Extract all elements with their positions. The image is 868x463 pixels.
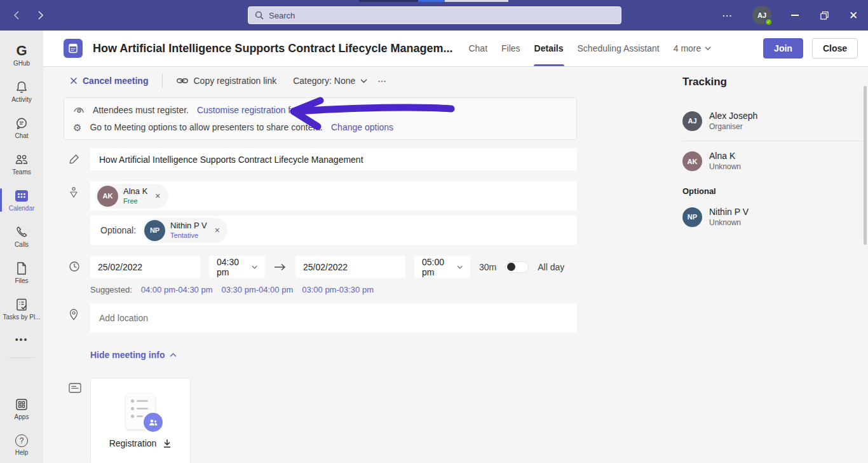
attendee-name: Nithin P V — [170, 221, 207, 231]
location-field[interactable] — [90, 303, 577, 333]
sidebar-item-chat[interactable]: Chat — [0, 109, 43, 146]
attendee-avatar: NP — [144, 220, 165, 241]
category-dropdown[interactable]: Category: None — [293, 76, 367, 86]
tab-chat[interactable]: Chat — [461, 31, 494, 66]
ghub-icon: G — [16, 44, 27, 58]
attendee-name: Alna K — [709, 150, 741, 162]
forward-button[interactable] — [33, 8, 48, 23]
suggested-time-link[interactable]: 03:30 pm-04:00 pm — [222, 285, 294, 294]
copy-registration-link-button[interactable]: Copy registration link — [177, 76, 276, 86]
registration-notice-box: Attendees must register. Customise regis… — [64, 97, 577, 140]
attendee-avatar: AK — [97, 186, 118, 207]
sidebar-item-tasks[interactable]: Tasks by Pl... — [0, 291, 43, 327]
search-bar[interactable] — [248, 6, 621, 24]
add-attendees-icon — [64, 181, 90, 211]
attendee-chip: AK Alna K Free × — [95, 184, 168, 209]
tab-details[interactable]: Details — [527, 31, 571, 66]
end-time-dropdown[interactable]: 05:00 pm — [414, 256, 470, 278]
teams-people-icon — [14, 153, 29, 167]
sidebar-item-activity[interactable]: Activity — [0, 73, 43, 109]
tasks-clipboard-icon — [15, 298, 29, 312]
tab-files[interactable]: Files — [494, 31, 527, 66]
hide-meeting-info-link[interactable]: Hide meeting info — [90, 350, 620, 360]
meeting-title-input[interactable] — [99, 155, 568, 165]
start-time-dropdown[interactable]: 04:30 pm — [209, 256, 265, 278]
remove-attendee-button[interactable]: × — [215, 225, 220, 235]
download-icon[interactable] — [163, 439, 172, 448]
location-pin-icon — [64, 303, 90, 350]
file-icon — [15, 261, 28, 275]
sidebar-item-calendar[interactable]: Calendar — [0, 182, 43, 218]
eye-icon — [73, 106, 85, 114]
restore-button[interactable] — [810, 0, 839, 31]
meeting-details-form: Attendees must register. Customise regis… — [43, 95, 620, 463]
tracking-attendee-row: AJ Alex Joseph Organiser — [682, 106, 863, 135]
all-day-toggle[interactable] — [505, 261, 529, 273]
calendar-icon — [14, 189, 29, 203]
teams-app-window: ⋯ AJ ✓ ✕ G GHub Activity — [0, 0, 868, 463]
sidebar-item-help[interactable]: ? Help — [0, 427, 43, 463]
attendee-response: Unknown — [709, 162, 741, 172]
link-icon — [177, 77, 188, 85]
toolbar-overflow-button[interactable]: ⋯ — [372, 76, 393, 86]
scrollbar-thumb[interactable] — [864, 86, 867, 245]
location-input[interactable] — [99, 313, 568, 323]
meeting-tabs: Chat Files Details Scheduling Assistant … — [461, 31, 718, 66]
optional-attendees-field[interactable]: Optional: NP Nithin P V Tentative × — [90, 216, 577, 245]
titlebar-more-menu[interactable]: ⋯ — [712, 10, 743, 22]
chevron-up-icon — [170, 353, 177, 357]
attendee-avatar: AK — [682, 151, 702, 171]
tracking-title: Tracking — [682, 76, 863, 88]
close-button[interactable]: Close — [812, 38, 858, 59]
meeting-title: How Artificial Intelligence Supports Con… — [93, 42, 452, 55]
help-icon: ? — [15, 434, 28, 447]
people-badge-icon — [142, 411, 164, 433]
search-input[interactable] — [269, 11, 614, 20]
attendee-name: Nithin P V — [709, 206, 749, 218]
register-notice-text: Attendees must register. — [93, 105, 189, 115]
sidebar-item-apps[interactable]: Apps — [0, 390, 43, 427]
minimize-button[interactable] — [780, 0, 810, 31]
user-avatar[interactable]: AJ ✓ — [752, 6, 771, 25]
required-attendees-field[interactable]: AK Alna K Free × — [90, 181, 577, 211]
attendee-name: Alna K — [123, 186, 147, 197]
datetime-row: 25/02/2022 04:30 pm 25/02/2022 05:00 pm — [64, 256, 620, 278]
sidebar-more-apps-button[interactable]: ••• — [0, 327, 43, 352]
close-window-button[interactable]: ✕ — [839, 0, 868, 31]
registration-label: Registration — [109, 438, 157, 448]
toolbar-divider — [162, 74, 163, 88]
meeting-duration: 30m — [479, 262, 496, 272]
tracking-panel: Tracking AJ Alex Joseph Organiser AK Aln… — [677, 67, 868, 463]
sidebar-item-ghub[interactable]: G GHub — [0, 37, 43, 73]
tab-scheduling-assistant[interactable]: Scheduling Assistant — [571, 31, 667, 66]
apps-grid-icon — [15, 397, 29, 411]
customise-registration-form-link[interactable]: Customise registration form — [197, 105, 306, 115]
remove-attendee-button[interactable]: × — [155, 191, 160, 201]
gear-icon: ⚙ — [73, 123, 81, 132]
restore-icon — [820, 11, 829, 20]
attendee-avatar: AJ — [682, 111, 702, 131]
bell-icon — [15, 80, 29, 94]
sidebar-item-files[interactable]: Files — [0, 254, 43, 291]
minimize-icon — [791, 15, 799, 15]
tab-more[interactable]: 4 more — [667, 31, 719, 66]
cancel-x-icon — [70, 77, 78, 85]
sidebar-item-teams[interactable]: Teams — [0, 146, 43, 182]
arrow-right-icon — [274, 263, 287, 271]
suggested-time-link[interactable]: 03:00 pm-03:30 pm — [302, 285, 374, 294]
attendee-chip: NP Nithin P V Tentative × — [142, 218, 227, 243]
end-date-input[interactable]: 25/02/2022 — [295, 256, 405, 278]
meeting-calendar-icon — [64, 39, 83, 58]
cancel-meeting-button[interactable]: Cancel meeting — [70, 76, 148, 86]
change-options-link[interactable]: Change options — [331, 122, 393, 132]
chevron-down-icon — [252, 265, 257, 269]
registration-card[interactable]: Registration — [90, 378, 191, 463]
sidebar-item-calls[interactable]: Calls — [0, 218, 43, 254]
presence-available-icon: ✓ — [764, 18, 773, 26]
start-date-input[interactable]: 25/02/2022 — [90, 256, 200, 278]
suggested-time-link[interactable]: 04:00 pm-04:30 pm — [141, 285, 213, 294]
back-button[interactable] — [9, 8, 24, 23]
join-button[interactable]: Join — [763, 38, 803, 59]
chat-bubble-icon — [15, 116, 29, 130]
meeting-title-field[interactable] — [90, 148, 577, 170]
